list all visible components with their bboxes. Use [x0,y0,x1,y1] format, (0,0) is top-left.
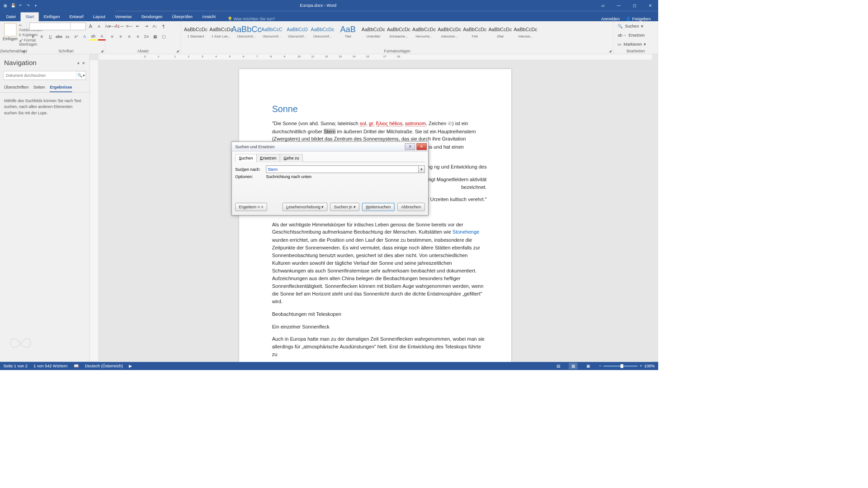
shrink-font-button[interactable]: A [95,23,103,30]
grow-font-button[interactable]: A [87,23,94,30]
style-item[interactable]: AaBbCcDcSchwache... [387,23,410,45]
nav-tab-results[interactable]: Ergebnisse [50,84,72,92]
style-item[interactable]: AaBbCcDcZitat [488,23,512,45]
style-item[interactable]: AaBbCcDcÜberschrif... [311,23,335,45]
style-item[interactable]: AaBbCcDÜberschrif... [285,23,309,45]
zoom-level[interactable]: 100% [644,364,655,369]
justify-button[interactable]: ≡ [134,33,142,41]
tab-references[interactable]: Verweise [110,12,137,21]
find-next-button[interactable]: Weitersuchen [362,203,395,211]
sign-in[interactable]: Anmelden [601,16,620,21]
text-effects-button[interactable]: A [81,33,89,41]
nav-tab-pages[interactable]: Seiten [33,84,45,92]
tab-review[interactable]: Überprüfen [167,12,198,21]
view-web-icon[interactable]: ▣ [584,362,593,369]
shading-button[interactable]: ▦ [151,33,159,41]
line-spacing-button[interactable]: ‡≡ [142,33,150,41]
view-print-icon[interactable]: ▦ [569,362,578,369]
style-item[interactable]: AaBbCcDcIntensive... [438,23,462,45]
borders-button[interactable]: ▢ [160,33,167,41]
reading-highlight-button[interactable]: Lesehervorhebung ▾ [283,203,328,211]
tab-insert[interactable]: Einfügen [39,12,65,21]
style-item[interactable]: AaBbCcÜberschrif... [235,23,259,45]
status-macro-icon[interactable]: ▶ [129,364,132,369]
dialog-close-button[interactable]: ✕ [416,143,427,150]
find-input[interactable] [266,165,418,173]
undo-icon[interactable]: ↶ [18,3,23,8]
zoom-out-button[interactable]: − [599,364,601,369]
style-item[interactable]: AaBbCcDcUntertitel [361,23,385,45]
view-read-icon[interactable]: ▤ [554,362,563,369]
tab-file[interactable]: Datei [1,12,20,21]
show-marks-button[interactable]: ¶ [160,23,167,30]
style-item[interactable]: AaBTitel [336,23,360,45]
find-button[interactable]: 🔍 Suchen ▾ [616,23,643,30]
search-in-button[interactable]: Suchen in ▾ [330,203,359,211]
nav-close-icon[interactable]: ✕ [82,61,85,66]
save-icon[interactable]: 💾 [10,3,16,8]
style-item[interactable]: AaBbCcCÜberschrif... [260,23,284,45]
dialog-tab-replace[interactable]: Ersetzen [256,154,280,162]
tell-me[interactable]: 💡 Was möchten Sie tun? [227,16,275,21]
status-proofing-icon[interactable]: 📖 [74,364,79,369]
align-left-button[interactable]: ≡ [108,33,116,41]
style-item[interactable]: AaBbCcDc1 Kein Lee... [209,23,233,45]
dialog-launcher-icon[interactable]: ◢ [21,48,26,53]
ruler-horizontal[interactable]: ·2··1·1234567891011121314151718 [99,54,652,61]
font-size-input[interactable] [71,23,85,30]
paste-button[interactable]: Einfügen [3,23,18,41]
ruler-vertical[interactable] [90,60,99,361]
multilevel-button[interactable]: ≡— [126,23,133,30]
dialog-launcher-icon[interactable]: ◢ [608,48,613,53]
dialog-tab-find[interactable]: Suchen [235,154,257,162]
style-item[interactable]: AaBbCcDcHervorhe... [412,23,436,45]
align-center-button[interactable]: ≡ [117,33,125,41]
bullets-button[interactable]: •— [108,23,116,30]
replace-button[interactable]: ab→ Ersetzen [616,32,645,39]
status-language[interactable]: Deutsch (Österreich) [85,364,123,369]
cancel-button[interactable]: Abbrechen [397,203,425,211]
dialog-help-button[interactable]: ? [405,143,415,150]
status-words[interactable]: 1 von 542 Wörtern [33,364,67,369]
underline-button[interactable]: U [47,33,54,41]
style-item[interactable]: AaBbCcDcFett [463,23,487,45]
nav-tab-headings[interactable]: Überschriften [4,84,28,92]
share-button[interactable]: 👤 Freigeben [626,16,651,21]
nav-search-input[interactable] [4,71,76,80]
select-button[interactable]: ▭ Markieren ▾ [616,40,646,48]
dialog-titlebar[interactable]: Suchen und Ersetzen ? ✕ [232,142,429,151]
italic-button[interactable]: K [38,33,46,41]
numbering-button[interactable]: 1— [117,23,125,30]
redo-icon[interactable]: ↷ [25,3,31,8]
strike-button[interactable]: abc [55,33,63,41]
dialog-tab-goto[interactable]: Gehe zu [280,154,303,162]
sort-button[interactable]: A↓ [151,23,159,30]
style-item[interactable]: AaBbCcDcIntensiv... [514,23,538,45]
tab-layout[interactable]: Layout [88,12,110,21]
close-button[interactable]: ✕ [642,0,658,11]
ribbon-display-button[interactable]: ▭ [595,0,611,11]
font-name-input[interactable] [29,23,71,30]
increase-indent-button[interactable]: ⇥ [142,23,150,30]
dialog-launcher-icon[interactable]: ◢ [100,48,105,53]
minimize-button[interactable]: — [611,0,627,11]
align-right-button[interactable]: ≡ [126,33,133,41]
superscript-button[interactable]: x² [72,33,80,41]
highlight-button[interactable]: ab [90,33,97,41]
bold-button[interactable]: F [29,33,37,41]
dialog-launcher-icon[interactable]: ◢ [175,48,180,53]
zoom-in-button[interactable]: + [640,364,642,369]
zoom-slider[interactable] [604,366,638,366]
nav-dropdown-icon[interactable]: ▾ [77,61,80,66]
subscript-button[interactable]: x₂ [64,33,71,41]
find-history-dropdown[interactable]: ▼ [419,165,425,173]
decrease-indent-button[interactable]: ⇤ [134,23,142,30]
search-icon[interactable]: 🔍▾ [76,71,85,80]
tab-view[interactable]: Ansicht [197,12,220,21]
more-button[interactable]: Erweitern > > [235,203,267,211]
style-item[interactable]: AaBbCcDc1 Standard [184,23,208,45]
qat-more-icon[interactable]: ▾ [33,3,38,8]
status-page[interactable]: Seite 1 von 2 [4,364,28,369]
tab-home[interactable]: Start [21,12,39,21]
tab-mailings[interactable]: Sendungen [137,12,167,21]
